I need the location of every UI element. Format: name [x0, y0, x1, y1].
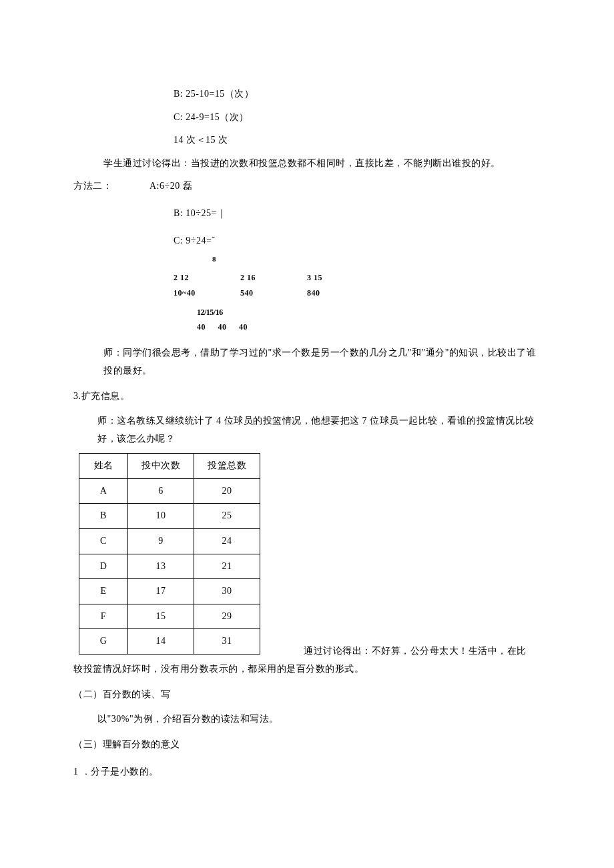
- table-cell: 10: [128, 504, 194, 529]
- table-body: A620B1025C924D1321E1730F1529G1431: [79, 478, 260, 654]
- frac-top-1: 2 12: [174, 270, 240, 286]
- table-cell: 15: [128, 604, 194, 629]
- frac-bot-2: 540: [240, 286, 307, 301]
- item-1: 1 ．分子是小数的。: [73, 763, 541, 781]
- table-row: D1321: [79, 554, 260, 579]
- table-cell: 6: [128, 478, 194, 504]
- table-cell: 17: [128, 579, 194, 604]
- table-cell: 20: [194, 478, 260, 504]
- table-row: E1730: [79, 579, 260, 604]
- table-header-row: 姓名 投中次数 投篮总数: [79, 454, 260, 479]
- table-cell: 30: [194, 579, 260, 604]
- table-cell: 24: [194, 528, 260, 554]
- section-3-heading: 3.扩充信息。: [73, 388, 541, 406]
- eq-b: B: 25-10=15（次）: [73, 85, 541, 103]
- table-row: B1025: [79, 504, 260, 529]
- table-cell: F: [79, 604, 128, 629]
- frac-final-den: 40 40 40: [197, 320, 541, 335]
- frac-top-2: 2 16: [240, 270, 307, 286]
- section-read-write: （二）百分数的读、写: [73, 686, 541, 704]
- method2-a: A:6÷20 磊: [149, 177, 192, 195]
- table-cell: B: [79, 504, 128, 529]
- table-cell: 9: [128, 528, 194, 554]
- table-row: C924: [79, 528, 260, 554]
- score-table: 姓名 投中次数 投篮总数 A620B1025C924D1321E1730F152…: [79, 453, 260, 655]
- document-page: B: 25-10=15（次） C: 24-9=15（次） 14 次＜15 次 学…: [0, 0, 614, 868]
- table-cell: E: [79, 579, 128, 604]
- table-cell: A: [79, 478, 128, 504]
- frac-final-num: 12/15/16: [197, 305, 541, 320]
- table-cell: 21: [194, 554, 260, 579]
- table-row: F1529: [79, 604, 260, 629]
- th-name: 姓名: [79, 454, 128, 479]
- method2-b: B: 10÷25=｜: [73, 205, 541, 223]
- frac-row-1: 2 12 2 16 3 15 10~40 540 840: [73, 270, 541, 301]
- th-mid: 投中次数: [128, 454, 194, 479]
- frac-bot-3: 840: [307, 286, 374, 301]
- eq-cmp: 14 次＜15 次: [73, 131, 541, 149]
- table-cell: 13: [128, 554, 194, 579]
- section-meaning: （三）理解百分数的意义: [73, 736, 541, 754]
- teacher-comment-1: 师：同学们很会思考，借助了学习过的"求一个数是另一个数的几分之几"和"通分"的知…: [73, 344, 541, 380]
- table-cell: D: [79, 554, 128, 579]
- table-row: A620: [79, 478, 260, 504]
- after-table-paragraph: 通过讨论得出：不好算，公分母太大！生活中，在比 较投篮情况好坏时，没有用分数表示…: [73, 642, 541, 678]
- table-cell: 29: [194, 604, 260, 629]
- table-cell: C: [79, 528, 128, 554]
- read-write-para: 以"30%"为例，介绍百分数的读法和写法。: [73, 711, 541, 729]
- method2-label: 方法二：: [73, 177, 112, 195]
- teacher-comment-2: 师：这名教练又继续统计了 4 位球员的投篮情况，他想要把这 7 位球员一起比较，…: [73, 412, 541, 448]
- th-total: 投篮总数: [194, 454, 260, 479]
- frac-sup8: 8: [73, 252, 541, 266]
- table-cell: 25: [194, 504, 260, 529]
- eq-c: C: 24-9=15（次）: [73, 109, 541, 127]
- frac-final: 12/15/16 40 40 40: [73, 305, 541, 336]
- frac-top-3: 3 15: [307, 270, 374, 286]
- method2-heading: 方法二： A:6÷20 磊: [73, 177, 541, 195]
- method2-c: C: 9÷24=ˆ: [73, 232, 541, 250]
- discussion-text: 学生通过讨论得出：当投进的次数和投篮总数都不相同时，直接比差，不能判断出谁投的好…: [73, 155, 541, 173]
- frac-bot-1: 10~40: [174, 286, 240, 301]
